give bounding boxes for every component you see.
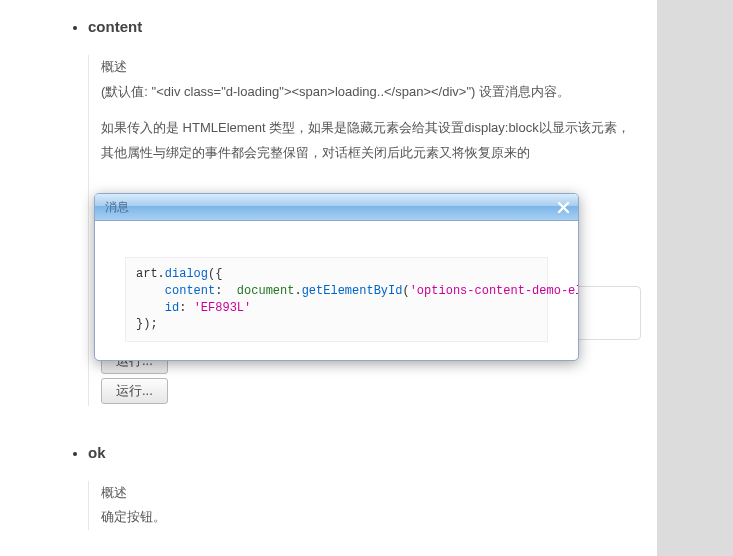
code-block: art.dialog({ content: document.getElemen… xyxy=(125,257,548,342)
section-title-ok: ok xyxy=(88,426,639,475)
ok-desc: 确定按钮。 xyxy=(101,505,639,530)
content-default-desc: (默认值: "<div class="d-loading"><span>load… xyxy=(101,80,639,105)
overview-label: 概述 xyxy=(101,55,639,80)
run-button-2[interactable]: 运行... xyxy=(101,378,168,404)
section-ok: ok 概述 确定按钮。 xyxy=(88,426,639,530)
dialog-body: art.dialog({ content: document.getElemen… xyxy=(95,221,578,352)
overview-label-ok: 概述 xyxy=(101,481,639,506)
section-body-ok: 概述 确定按钮。 xyxy=(88,481,639,530)
section-title-content: content xyxy=(88,0,639,49)
dialog-header[interactable]: 消息 xyxy=(95,194,578,221)
dialog: 消息 art.dialog({ content: document.getEle… xyxy=(94,193,579,361)
dialog-title: 消息 xyxy=(105,199,129,216)
close-icon[interactable] xyxy=(554,198,572,216)
content-para1: 如果传入的是 HTMLElement 类型，如果是隐藏元素会给其设置displa… xyxy=(101,116,639,165)
